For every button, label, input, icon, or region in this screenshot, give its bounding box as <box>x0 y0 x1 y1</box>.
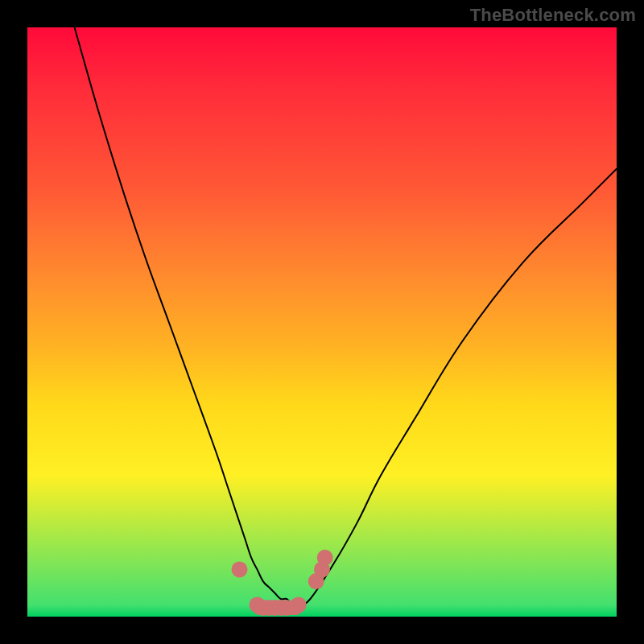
valley-marker <box>291 597 307 613</box>
watermark-text: TheBottleneck.com <box>470 5 636 26</box>
curve-svg <box>27 27 617 617</box>
valley-markers-group <box>232 550 333 616</box>
valley-marker <box>317 550 333 566</box>
plot-area <box>27 27 617 617</box>
chart-frame: TheBottleneck.com <box>0 0 644 644</box>
valley-marker <box>232 561 248 577</box>
bottleneck-curve <box>75 27 617 605</box>
